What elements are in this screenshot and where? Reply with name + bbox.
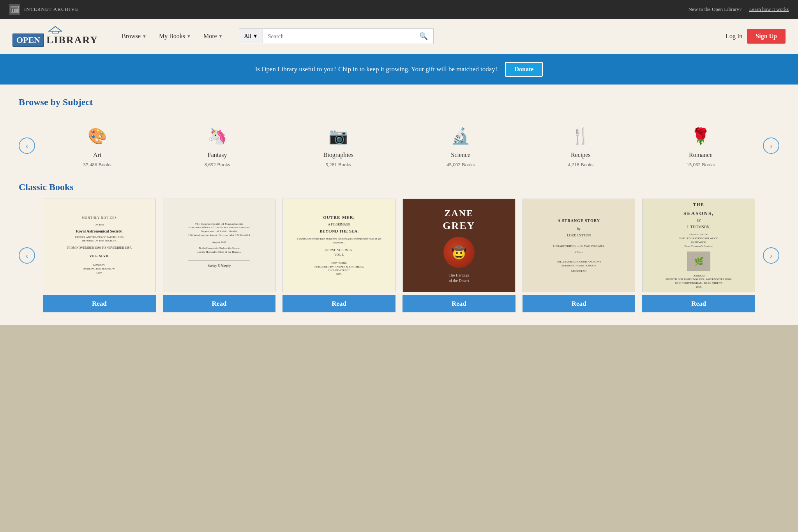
classic-books-section: Classic Books ‹ MONTHLY NOTICES OF THE R…	[19, 182, 779, 312]
book-6-engraving: 🌿	[687, 252, 710, 271]
book-cover-6: THE SEASONS, BY J. THOMSON, EMBELLISHEDW…	[642, 199, 755, 292]
fantasy-icon: 🦄	[205, 123, 230, 148]
top-bar: INTERNET ARCHIVE New to the Open Library…	[0, 0, 798, 19]
book-item-2: The Commonwealth of MassachusettsExecuti…	[163, 199, 276, 312]
book-item-3: OUTRE-MER; A PILGRIMAGE BEYOND THE SEA. …	[282, 199, 395, 312]
read-button-5[interactable]: Read	[523, 295, 636, 312]
read-button-4[interactable]: Read	[403, 295, 516, 312]
books-grid: MONTHLY NOTICES OF THE Royal Astronomica…	[35, 199, 763, 312]
header-actions: Log In Sign Up	[726, 29, 786, 44]
browse-subject-title[interactable]: Browse by Subject	[19, 97, 779, 107]
svg-rect-5	[16, 9, 18, 12]
search-icon: 🔍	[419, 32, 428, 40]
svg-marker-6	[49, 26, 62, 31]
subjects-prev-button[interactable]: ‹	[19, 137, 35, 154]
browse-caret: ▼	[142, 34, 147, 39]
subject-item-fantasy[interactable]: 🦄 Fantasy 8,692 Books	[205, 123, 230, 168]
book-cover-3: OUTRE-MER; A PILGRIMAGE BEYOND THE SEA. …	[282, 199, 395, 292]
browse-subject-section: Browse by Subject ‹ 🎨 Art 37,486 Books 🦄…	[19, 97, 779, 168]
read-button-2[interactable]: Read	[163, 295, 276, 312]
header: OPEN LIBRARY Browse ▼ My Books ▼ More ▼ …	[0, 19, 798, 54]
login-button[interactable]: Log In	[726, 33, 742, 40]
book-cover-inner-3: OUTRE-MER; A PILGRIMAGE BEYOND THE SEA. …	[283, 199, 395, 292]
subject-name-recipes: Recipes	[571, 151, 591, 159]
ia-logo-area: INTERNET ARCHIVE	[9, 4, 79, 15]
subject-item-art[interactable]: 🎨 Art 37,486 Books	[83, 123, 111, 168]
subject-item-biographies[interactable]: 📷 Biographies 5,281 Books	[323, 123, 353, 168]
book-item-4: ZANE GREY 🤠 The Heritageof the Desert Re…	[403, 199, 516, 312]
read-button-1[interactable]: Read	[43, 295, 156, 312]
books-carousel: ‹ MONTHLY NOTICES OF THE Royal Astronomi…	[19, 199, 779, 312]
book-cover-inner-5: A STRANGE STORY by LORD LYTTON LIBRARY E…	[523, 199, 635, 292]
mybooks-caret: ▼	[187, 34, 191, 39]
subject-count-science: 45,002 Books	[447, 162, 475, 168]
browse-nav[interactable]: Browse ▼	[116, 30, 152, 43]
search-input[interactable]	[263, 29, 414, 44]
subject-name-romance: Romance	[689, 151, 712, 159]
more-caret: ▼	[219, 34, 223, 39]
main-nav: Browse ▼ My Books ▼ More ▼	[116, 30, 228, 43]
book-cover-inner-6: THE SEASONS, BY J. THOMSON, EMBELLISHEDW…	[643, 199, 755, 292]
ia-logo-text: INTERNET ARCHIVE	[24, 6, 79, 12]
book-cover-4: ZANE GREY 🤠 The Heritageof the Desert	[403, 199, 516, 292]
subjects-grid: 🎨 Art 37,486 Books 🦄 Fantasy 8,692 Books…	[35, 123, 763, 168]
book-cover-inner-1: MONTHLY NOTICES OF THE Royal Astronomica…	[43, 199, 155, 292]
book-cover-5: A STRANGE STORY by LORD LYTTON LIBRARY E…	[523, 199, 636, 292]
donate-banner: Is Open Library useful to you? Chip in t…	[0, 54, 798, 85]
search-button[interactable]: 🔍	[414, 29, 433, 44]
main-content: Browse by Subject ‹ 🎨 Art 37,486 Books 🦄…	[0, 85, 798, 325]
book-item-1: MONTHLY NOTICES OF THE Royal Astronomica…	[43, 199, 156, 312]
book-item-5: A STRANGE STORY by LORD LYTTON LIBRARY E…	[523, 199, 636, 312]
subjects-carousel: ‹ 🎨 Art 37,486 Books 🦄 Fantasy 8,692 Boo…	[19, 123, 779, 168]
mybooks-nav[interactable]: My Books ▼	[154, 30, 196, 43]
read-button-6[interactable]: Read	[642, 295, 755, 312]
subject-count-romance: 15,062 Books	[687, 162, 715, 168]
topbar-notice: New to the Open Library? — Learn how it …	[689, 6, 789, 12]
subject-item-romance[interactable]: 🌹 Romance 15,062 Books	[687, 123, 715, 168]
books-prev-button[interactable]: ‹	[19, 247, 35, 264]
science-icon: 🔬	[448, 123, 473, 148]
subject-name-biographies: Biographies	[323, 151, 353, 159]
subject-name-art: Art	[93, 151, 101, 159]
logo-library: LIBRARY	[46, 34, 98, 46]
subject-item-science[interactable]: 🔬 Science 45,002 Books	[447, 123, 475, 168]
book-cover-inner-2: The Commonwealth of MassachusettsExecuti…	[163, 199, 275, 292]
subject-divider	[19, 114, 779, 114]
biographies-icon: 📷	[326, 123, 351, 148]
classic-books-title[interactable]: Classic Books	[19, 182, 779, 192]
subject-count-recipes: 4,218 Books	[568, 162, 593, 168]
subject-count-biographies: 5,281 Books	[325, 162, 351, 168]
art-icon: 🎨	[85, 123, 110, 148]
house-icon	[48, 26, 62, 33]
donate-button[interactable]: Donate	[505, 62, 543, 77]
logo-open: OPEN	[12, 33, 44, 47]
svg-rect-3	[12, 9, 13, 12]
search-area: All ▼ 🔍	[239, 28, 434, 44]
learn-how-link[interactable]: Learn how it works	[749, 6, 789, 12]
footer-area	[0, 325, 798, 340]
svg-rect-4	[14, 9, 16, 12]
subject-item-recipes[interactable]: 🍴 Recipes 4,218 Books	[568, 123, 593, 168]
donate-banner-text: Is Open Library useful to you? Chip in t…	[255, 65, 498, 73]
books-next-button[interactable]: ›	[763, 247, 779, 264]
book-item-6: THE SEASONS, BY J. THOMSON, EMBELLISHEDW…	[642, 199, 755, 312]
book-cover-2: The Commonwealth of MassachusettsExecuti…	[163, 199, 276, 292]
subject-count-art: 37,486 Books	[83, 162, 111, 168]
book-4-art: 🤠	[443, 237, 475, 268]
subject-name-fantasy: Fantasy	[208, 151, 227, 159]
signup-button[interactable]: Sign Up	[747, 29, 786, 44]
recipes-icon: 🍴	[568, 123, 593, 148]
subjects-next-button[interactable]: ›	[763, 137, 779, 154]
subject-name-science: Science	[451, 151, 470, 159]
logo-area: OPEN LIBRARY	[12, 26, 98, 47]
romance-icon: 🌹	[688, 123, 713, 148]
ia-logo-icon	[9, 4, 20, 15]
search-type-button[interactable]: All ▼	[239, 29, 263, 43]
more-nav[interactable]: More ▼	[198, 30, 228, 43]
subject-count-fantasy: 8,692 Books	[205, 162, 230, 168]
read-button-3[interactable]: Read	[282, 295, 395, 312]
book-cover-1: MONTHLY NOTICES OF THE Royal Astronomica…	[43, 199, 156, 292]
search-type-caret: ▼	[252, 33, 258, 39]
